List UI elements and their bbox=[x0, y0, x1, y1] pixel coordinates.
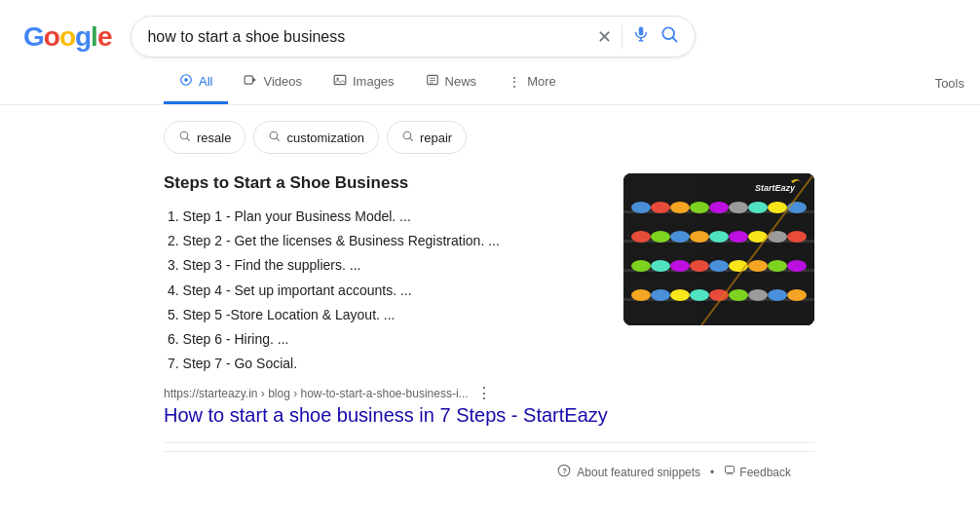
question-icon: ? bbox=[557, 464, 571, 480]
feedback-section: Feedback bbox=[724, 465, 791, 479]
svg-point-40 bbox=[729, 231, 748, 243]
svg-point-58 bbox=[729, 289, 748, 301]
snippet-image: StartEazy bbox=[623, 173, 814, 325]
news-icon bbox=[426, 73, 439, 90]
divider-bottom bbox=[164, 442, 814, 443]
svg-rect-7 bbox=[245, 76, 253, 84]
svg-rect-0 bbox=[639, 27, 644, 36]
search-input[interactable] bbox=[147, 28, 589, 46]
videos-icon bbox=[244, 73, 257, 90]
svg-rect-9 bbox=[334, 75, 346, 84]
nav-label-images: Images bbox=[353, 74, 395, 89]
search-nav: All Videos Images bbox=[0, 61, 980, 105]
suggestion-customization[interactable]: customization bbox=[253, 121, 378, 154]
svg-point-6 bbox=[184, 78, 188, 82]
svg-point-30 bbox=[709, 202, 729, 213]
snippet-steps-list: 1. Step 1 - Plan your Business Model. ..… bbox=[164, 205, 600, 376]
svg-point-47 bbox=[690, 260, 709, 272]
list-item: 1. Step 1 - Plan your Business Model. ..… bbox=[164, 205, 600, 229]
svg-point-36 bbox=[651, 231, 670, 243]
suggestion-label-repair: repair bbox=[420, 131, 452, 145]
list-item: 5. Step 5 -Store Location & Layout. ... bbox=[164, 303, 600, 327]
snippet-title: Steps to Start a Shoe Business bbox=[164, 173, 600, 193]
nav-item-images[interactable]: Images bbox=[318, 61, 410, 104]
nav-item-news[interactable]: News bbox=[410, 61, 493, 104]
svg-line-20 bbox=[410, 138, 413, 141]
nav-label-news: News bbox=[445, 74, 477, 89]
svg-point-37 bbox=[670, 231, 690, 243]
svg-point-32 bbox=[748, 202, 768, 213]
svg-point-43 bbox=[787, 231, 807, 243]
result-url-text: https://starteazy.in › blog › how-to-sta… bbox=[164, 387, 469, 400]
search-submit-icon[interactable] bbox=[660, 24, 679, 49]
search-actions: ✕ bbox=[597, 24, 679, 49]
more-icon: ⋮ bbox=[508, 74, 521, 90]
nav-item-videos[interactable]: Videos bbox=[228, 61, 318, 104]
svg-point-31 bbox=[729, 202, 748, 213]
svg-text:?: ? bbox=[563, 467, 568, 475]
svg-point-27 bbox=[651, 202, 670, 213]
svg-point-50 bbox=[748, 260, 768, 272]
svg-point-26 bbox=[631, 202, 651, 213]
nav-label-videos: Videos bbox=[263, 74, 302, 89]
search-bar: ✕ bbox=[131, 16, 696, 57]
svg-point-28 bbox=[670, 202, 690, 213]
snippet-footer: ? About featured snippets • Feedback bbox=[164, 451, 814, 492]
svg-point-53 bbox=[631, 289, 651, 301]
all-icon bbox=[179, 73, 193, 90]
svg-line-16 bbox=[187, 138, 190, 141]
about-snippets-label[interactable]: About featured snippets bbox=[577, 466, 700, 479]
images-icon bbox=[333, 73, 347, 90]
svg-point-29 bbox=[690, 202, 709, 213]
suggestion-repair[interactable]: repair bbox=[387, 121, 467, 154]
pill-search-icon-2 bbox=[401, 130, 414, 145]
header: Google ✕ bbox=[0, 0, 980, 57]
svg-point-56 bbox=[690, 289, 709, 301]
nav-label-more: More bbox=[527, 74, 556, 89]
three-dots-menu[interactable]: ⋮ bbox=[476, 384, 492, 402]
svg-point-55 bbox=[670, 289, 690, 301]
svg-point-48 bbox=[709, 260, 729, 272]
svg-point-33 bbox=[768, 202, 787, 213]
svg-point-59 bbox=[748, 289, 768, 301]
svg-line-4 bbox=[673, 38, 677, 42]
list-item: 3. Step 3 - Find the suppliers. ... bbox=[164, 253, 600, 278]
svg-point-35 bbox=[631, 231, 651, 243]
nav-item-all[interactable]: All bbox=[164, 61, 228, 104]
svg-point-38 bbox=[690, 231, 709, 243]
nav-item-more[interactable]: ⋮ More bbox=[492, 62, 572, 104]
svg-marker-8 bbox=[253, 77, 257, 83]
list-item: 6. Step 6 - Hiring. ... bbox=[164, 327, 600, 352]
snippet-image-inner: StartEazy bbox=[623, 173, 814, 325]
svg-point-44 bbox=[631, 260, 651, 272]
svg-rect-66 bbox=[726, 467, 735, 473]
google-logo[interactable]: Google bbox=[23, 21, 111, 53]
svg-point-51 bbox=[768, 260, 787, 272]
svg-point-45 bbox=[651, 260, 670, 272]
feedback-icon bbox=[724, 465, 735, 479]
snippet-text-content: Steps to Start a Shoe Business 1. Step 1… bbox=[164, 173, 600, 376]
pill-search-icon-0 bbox=[178, 130, 191, 145]
nav-label-all: All bbox=[199, 74, 212, 89]
svg-point-60 bbox=[768, 289, 787, 301]
tools-button[interactable]: Tools bbox=[920, 64, 980, 102]
dot-separator: • bbox=[710, 466, 714, 479]
featured-snippet: Steps to Start a Shoe Business 1. Step 1… bbox=[164, 173, 814, 376]
list-item: 7. Step 7 - Go Social. bbox=[164, 352, 600, 376]
clear-icon[interactable]: ✕ bbox=[597, 28, 612, 46]
list-item: 4. Step 4 - Set up important accounts. .… bbox=[164, 279, 600, 303]
svg-point-39 bbox=[709, 231, 729, 243]
svg-point-52 bbox=[787, 260, 807, 272]
result-link[interactable]: How to start a shoe business in 7 Steps … bbox=[164, 404, 814, 427]
suggestion-resale[interactable]: resale bbox=[164, 121, 245, 154]
list-item: 2. Step 2 - Get the licenses & Business … bbox=[164, 229, 600, 253]
divider bbox=[622, 25, 622, 49]
svg-text:StartEazy: StartEazy bbox=[755, 183, 796, 193]
pill-search-icon-1 bbox=[268, 130, 281, 145]
svg-point-61 bbox=[787, 289, 807, 301]
suggestion-label-customization: customization bbox=[286, 131, 363, 145]
suggestion-pills: resale customization repair bbox=[164, 121, 814, 154]
feedback-label[interactable]: Feedback bbox=[739, 466, 791, 479]
mic-icon[interactable] bbox=[632, 25, 650, 48]
svg-point-54 bbox=[651, 289, 670, 301]
